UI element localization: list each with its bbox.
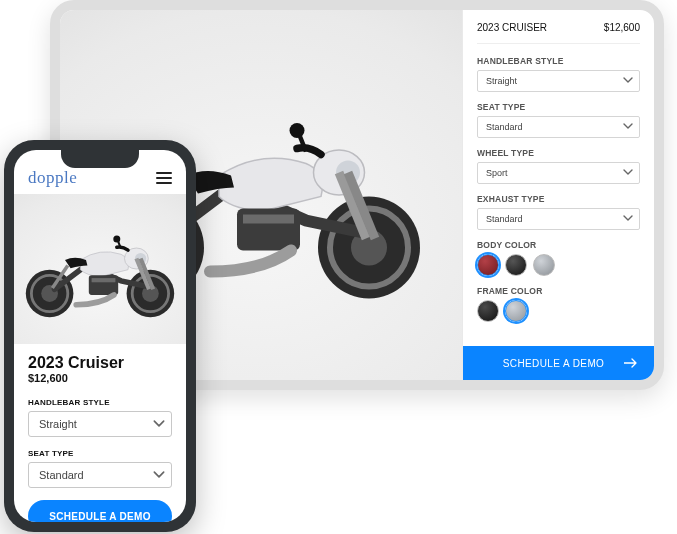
frame-color-label: FRAME COLOR xyxy=(477,286,640,296)
handlebar-select[interactable]: Straight xyxy=(477,70,640,92)
frame-color-swatch[interactable] xyxy=(505,300,527,322)
body-color-swatches xyxy=(477,254,640,276)
frame-color-swatches xyxy=(477,300,640,322)
handlebar-label: HANDLEBAR STYLE xyxy=(28,398,172,407)
frame-color-swatch[interactable] xyxy=(477,300,499,322)
wheel-select[interactable]: Sport xyxy=(477,162,640,184)
product-header: 2023 CRUISER $12,600 xyxy=(477,22,640,44)
body-color-swatch[interactable] xyxy=(477,254,499,276)
wheel-value: Sport xyxy=(486,168,508,178)
chevron-down-icon xyxy=(153,420,161,428)
arrow-right-icon xyxy=(624,358,638,368)
configurator-panel: 2023 CRUISER $12,600 HANDLEBAR STYLE Str… xyxy=(462,10,654,380)
seat-label: SEAT TYPE xyxy=(477,102,640,112)
product-name: 2023 Cruiser xyxy=(28,354,172,372)
schedule-demo-button[interactable]: SCHEDULE A DEMO xyxy=(28,500,172,522)
body-color-label: BODY COLOR xyxy=(477,240,640,250)
seat-value: Standard xyxy=(486,122,523,132)
cta-label: SCHEDULE A DEMO xyxy=(49,511,151,522)
product-name: 2023 CRUISER xyxy=(477,22,547,33)
handlebar-value: Straight xyxy=(39,418,77,430)
exhaust-value: Standard xyxy=(486,214,523,224)
chevron-down-icon xyxy=(623,215,631,223)
chevron-down-icon xyxy=(153,471,161,479)
body-color-swatch[interactable] xyxy=(505,254,527,276)
product-price: $12,600 xyxy=(28,372,172,384)
handlebar-select[interactable]: Straight xyxy=(28,411,172,437)
handlebar-label: HANDLEBAR STYLE xyxy=(477,56,640,66)
phone-mockup: dopple 2023 Cruiser $12,600 HANDLEBAR ST… xyxy=(4,140,196,532)
seat-select[interactable]: Standard xyxy=(28,462,172,488)
phone-screen: dopple 2023 Cruiser $12,600 HANDLEBAR ST… xyxy=(14,150,186,522)
motorcycle-render xyxy=(16,209,184,329)
exhaust-select[interactable]: Standard xyxy=(477,208,640,230)
chevron-down-icon xyxy=(623,169,631,177)
cta-label: SCHEDULE A DEMO xyxy=(503,358,605,369)
exhaust-label: EXHAUST TYPE xyxy=(477,194,640,204)
chevron-down-icon xyxy=(623,123,631,131)
menu-icon[interactable] xyxy=(156,169,172,187)
body-color-swatch[interactable] xyxy=(533,254,555,276)
wheel-label: WHEEL TYPE xyxy=(477,148,640,158)
seat-label: SEAT TYPE xyxy=(28,449,172,458)
phone-notch xyxy=(61,150,139,168)
handlebar-value: Straight xyxy=(486,76,517,86)
seat-select[interactable]: Standard xyxy=(477,116,640,138)
product-price: $12,600 xyxy=(604,22,640,33)
schedule-demo-button[interactable]: SCHEDULE A DEMO xyxy=(463,346,654,380)
product-3d-viewer-mobile[interactable] xyxy=(14,194,186,344)
brand-logo: dopple xyxy=(28,168,77,188)
mobile-body: 2023 Cruiser $12,600 HANDLEBAR STYLE Str… xyxy=(14,344,186,488)
seat-value: Standard xyxy=(39,469,84,481)
chevron-down-icon xyxy=(623,77,631,85)
